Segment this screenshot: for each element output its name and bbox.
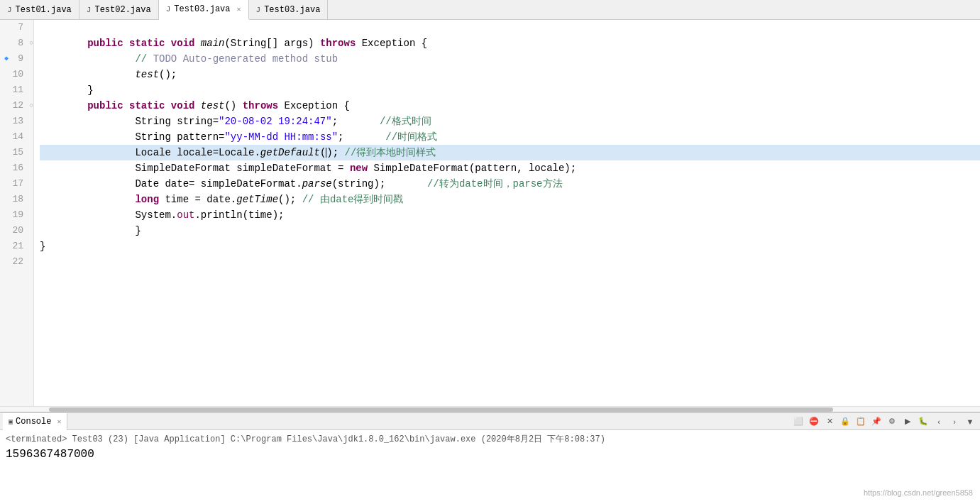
code-line-18: long time = date.getTime(); // 由date得到时间… — [40, 192, 980, 207]
tab-bar: J Test01.java J Test02.java J Test03.jav… — [0, 0, 980, 20]
comment-17: //转为date时间，parse方法 — [427, 176, 562, 192]
tab-test03-active[interactable]: J Test03.java ✕ — [159, 0, 249, 20]
tab-label-4: Test03.java — [264, 5, 320, 15]
indent-20 — [40, 223, 135, 239]
type-string-13: String — [135, 114, 177, 129]
line-num-13: 13 — [6, 114, 28, 129]
method-test-call: test — [135, 67, 159, 82]
indent-15 — [40, 145, 135, 160]
tab-test01[interactable]: J Test01.java — [0, 0, 79, 19]
tab-label-3: Test03.java — [174, 4, 230, 14]
code-line-7 — [40, 20, 980, 35]
line-num-15: 15 — [6, 145, 28, 160]
indent-14 — [40, 129, 135, 145]
remove-button[interactable]: ✕ — [822, 415, 837, 429]
brace-close-20: } — [135, 223, 141, 239]
stop-button[interactable]: ⛔ — [807, 415, 821, 429]
line-num-17: 17 — [6, 176, 28, 192]
code-line-13: String string="20-08-02 19:24:47"; //格式时… — [40, 114, 980, 129]
console-panel: ▣ Console ✕ ⬜ ⛔ ✕ 🔒 📋 📌 ⚙ ▶ 🐛 ‹ › ▼ <ter… — [0, 412, 980, 504]
code-line-8: public static void main(String[] args) t… — [40, 35, 980, 51]
keyword-void-12: void — [171, 98, 201, 114]
line-num-12: 12○ — [6, 98, 28, 114]
console-tab-label: Console — [16, 417, 51, 427]
keyword-static-8: static — [129, 35, 171, 51]
string-val-14: "yy-MM-dd HH:mm:ss" — [224, 129, 338, 145]
code-area[interactable]: public static void main(String[] args) t… — [34, 20, 980, 406]
comment-15: //得到本地时间样式 — [345, 145, 436, 160]
var-string-13: string= — [177, 114, 219, 129]
debug-button[interactable]: 🐛 — [916, 415, 930, 429]
run-button[interactable]: ▶ — [901, 415, 915, 429]
scroll-lock-button[interactable]: 🔒 — [838, 415, 852, 429]
tab-test02[interactable]: J Test02.java — [79, 0, 159, 19]
code-line-15: Locale locale=Locale.getDefault(); //得到本… — [40, 145, 980, 160]
paren-10: (); — [159, 67, 177, 82]
terminated-text: <terminated> Test03 (23) [Java Applicati… — [6, 433, 974, 445]
rest-18: time = date. — [159, 192, 236, 207]
method-getTime-18: getTime — [236, 192, 278, 207]
brace-close-11: } — [87, 82, 93, 98]
args-17: (string); — [332, 176, 427, 192]
indent-11 — [40, 82, 87, 98]
settings-button[interactable]: ⚙ — [885, 415, 899, 429]
paren-18: (); — [278, 192, 302, 207]
chevron-left-button[interactable]: ‹ — [932, 415, 946, 429]
type-sdf-16: SimpleDateFormat simpleDateFormat = — [135, 160, 349, 176]
type-date-17: Date date= simpleDateFormat. — [135, 176, 302, 192]
var-locale-15: locale=Locale. — [177, 145, 260, 160]
paste-button[interactable]: 📌 — [869, 415, 883, 429]
tab-test03b[interactable]: J Test03.java — [249, 0, 329, 19]
line-num-9: 9 — [6, 51, 28, 67]
code-line-9: // TODO Auto-generated method stub — [40, 51, 980, 67]
chevron-right-button[interactable]: › — [947, 415, 962, 429]
line-num-19: 19 — [6, 207, 28, 223]
println-19: .println(time); — [194, 207, 284, 223]
console-output: 1596367487000 — [6, 448, 974, 461]
comment-13: //格式时间 — [380, 114, 431, 129]
line-num-21: 21 — [6, 239, 28, 254]
tab-close-button-3[interactable]: ✕ — [236, 5, 241, 13]
comment-todo: // — [135, 51, 153, 67]
code-line-14: String pattern="yy-MM-dd HH:mm:ss"; //时间… — [40, 129, 980, 145]
console-toolbar: ⬜ ⛔ ✕ 🔒 📋 📌 ⚙ ▶ 🐛 ‹ › ▼ — [791, 415, 980, 429]
copy-button[interactable]: 📋 — [854, 415, 868, 429]
code-line-19: System.out.println(time); — [40, 207, 980, 223]
paren-cursor-15: ( — [320, 145, 326, 160]
java-file-icon-3: J — [166, 5, 171, 13]
clear-console-button[interactable]: ⬜ — [791, 415, 805, 429]
field-out-19: out — [177, 207, 194, 223]
code-line-21: } — [40, 239, 980, 254]
paren-12: () — [224, 98, 242, 114]
console-tab-close[interactable]: ✕ — [57, 417, 61, 426]
code-line-17: Date date= simpleDateFormat.parse(string… — [40, 176, 980, 192]
horizontal-scrollbar[interactable] — [0, 406, 980, 412]
line-num-7: 7 — [6, 20, 28, 35]
semi-13: ; — [332, 114, 380, 129]
console-tab[interactable]: ▣ Console ✕ — [3, 413, 67, 430]
indent-17 — [40, 176, 135, 192]
code-line-20: } — [40, 223, 980, 239]
comment-todo-text: TODO Auto-generated method stub — [153, 51, 338, 67]
exception-8: Exception { — [356, 35, 427, 51]
view-menu-button[interactable]: ▼ — [963, 415, 977, 429]
indent-9 — [40, 51, 135, 67]
line-num-20: 20 — [6, 223, 28, 239]
line-num-18: 18 — [6, 192, 28, 207]
line-num-14: 14 — [6, 129, 28, 145]
keyword-public-8: public — [40, 35, 129, 51]
keyword-static-12: static — [129, 98, 171, 114]
tab-label-2: Test02.java — [94, 5, 150, 15]
editor-area: 7 8○ 9 10 11 12○ 13 14 15 16 17 18 19 20… — [0, 20, 980, 406]
java-file-icon-1: J — [7, 6, 12, 14]
keyword-throws-8: throws — [320, 35, 356, 51]
console-tab-bar: ▣ Console ✕ ⬜ ⛔ ✕ 🔒 📋 📌 ⚙ ▶ 🐛 ‹ › ▼ — [0, 413, 980, 430]
keyword-long-18: long — [135, 192, 159, 207]
method-main: main — [201, 35, 225, 51]
code-line-22 — [40, 254, 980, 270]
indent-18 — [40, 192, 135, 207]
comment-14: //时间格式 — [385, 129, 437, 145]
line-num-16: 16 — [6, 160, 28, 176]
indent-10 — [40, 67, 135, 82]
method-parse-17: parse — [302, 176, 332, 192]
